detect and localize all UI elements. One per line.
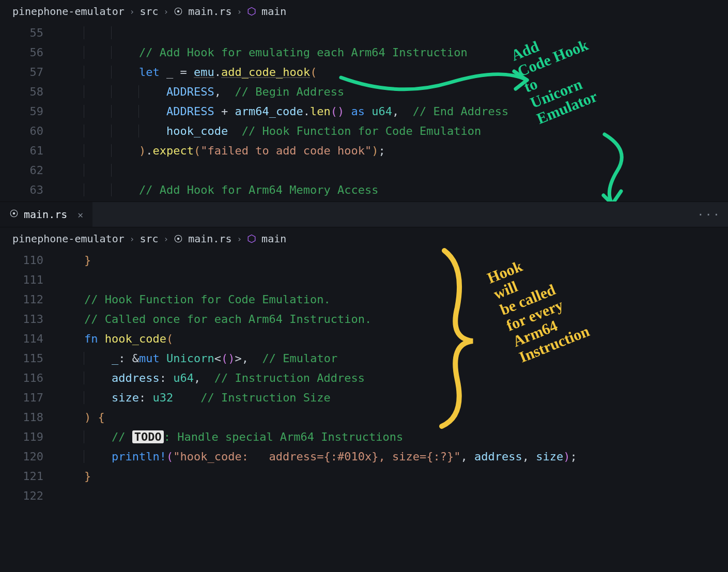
code-line[interactable]: 121 } bbox=[0, 466, 728, 486]
code-token: // Instruction Size bbox=[200, 391, 331, 404]
breadcrumb[interactable]: pinephone-emulator › src › main.rs › mai… bbox=[0, 227, 728, 250]
line-number: 120 bbox=[0, 450, 57, 463]
code-line[interactable]: 112 // Hook Function for Code Emulation. bbox=[0, 289, 728, 309]
code-token: ) bbox=[228, 352, 235, 365]
code-line[interactable]: 113 // Called once for each Arm64 Instru… bbox=[0, 309, 728, 329]
code-token: // Hook Function for Code Emulation. bbox=[84, 293, 331, 306]
code-token: _ bbox=[166, 66, 173, 79]
code-token: hook_code bbox=[166, 125, 228, 137]
tab-label: main.rs bbox=[24, 208, 67, 221]
breadcrumb-symbol[interactable]: main bbox=[261, 233, 286, 245]
code-token: size bbox=[112, 391, 139, 404]
line-number: 115 bbox=[0, 352, 57, 365]
code-token: hook_code bbox=[105, 332, 166, 345]
line-number: 117 bbox=[0, 391, 57, 404]
code-token: < bbox=[214, 352, 221, 365]
code-line[interactable]: 120 println!("hook_code: address={:#010x… bbox=[0, 446, 728, 466]
rust-icon bbox=[9, 208, 19, 221]
code-token: "hook_code: address={:#010x}, size={:?}" bbox=[173, 450, 460, 463]
code-token: ; bbox=[570, 450, 577, 463]
line-number: 112 bbox=[0, 293, 57, 306]
code-line[interactable]: 116 address: u64, // Instruction Address bbox=[0, 368, 728, 388]
code-token: : Handle special Arm64 Instructions bbox=[164, 430, 404, 443]
code-area-bottom[interactable]: 110 }111 112 // Hook Function for Code E… bbox=[0, 250, 728, 505]
annotation-curl-green bbox=[589, 129, 636, 202]
code-line[interactable]: 117 size: u32 // Instruction Size bbox=[0, 388, 728, 407]
line-number: 56 bbox=[0, 46, 57, 59]
symbol-icon bbox=[247, 234, 256, 243]
code-token bbox=[228, 125, 242, 137]
tab-overflow-icon[interactable]: ··· bbox=[697, 208, 721, 221]
code-token: ( bbox=[166, 332, 173, 345]
breadcrumb-project[interactable]: pinephone-emulator bbox=[12, 233, 125, 245]
breadcrumb[interactable]: pinephone-emulator › src › main.rs › mai… bbox=[0, 0, 728, 23]
code-token: // Called once for each Arm64 Instructio… bbox=[84, 313, 371, 326]
code-token: u64 bbox=[173, 372, 194, 384]
code-token bbox=[160, 66, 166, 79]
code-token: size bbox=[536, 450, 563, 463]
close-icon[interactable]: ✕ bbox=[78, 209, 83, 220]
breadcrumb-folder[interactable]: src bbox=[140, 233, 158, 245]
code-line[interactable]: 115 _: &mut Unicorn<()>, // Emulator bbox=[0, 348, 728, 368]
code-token: , bbox=[460, 450, 474, 463]
code-line[interactable]: 118 ) { bbox=[0, 407, 728, 427]
code-token: > bbox=[235, 352, 241, 365]
breadcrumb-folder[interactable]: src bbox=[140, 5, 158, 18]
rust-icon bbox=[174, 7, 183, 16]
code-token: // Instruction Address bbox=[214, 372, 365, 384]
breadcrumb-project[interactable]: pinephone-emulator bbox=[12, 5, 125, 18]
code-line[interactable]: 114 fn hook_code( bbox=[0, 329, 728, 348]
code-line[interactable]: 122 bbox=[0, 486, 728, 505]
svg-point-1 bbox=[177, 10, 180, 13]
breadcrumb-file[interactable]: main.rs bbox=[188, 5, 231, 18]
tab-main-rs[interactable]: main.rs ✕ bbox=[0, 202, 92, 227]
code-line[interactable]: 111 bbox=[0, 270, 728, 289]
code-token: , bbox=[522, 450, 536, 463]
code-token: // Begin Address bbox=[235, 85, 344, 98]
code-token: : bbox=[139, 391, 153, 404]
line-number: 59 bbox=[0, 105, 57, 118]
tab-bar[interactable]: main.rs ✕ ··· bbox=[0, 202, 728, 227]
code-token: _ bbox=[112, 352, 118, 365]
chevron-right-icon: › bbox=[164, 7, 169, 17]
breadcrumb-symbol[interactable]: main bbox=[261, 5, 286, 18]
editor-pane-top: pinephone-emulator › src › main.rs › mai… bbox=[0, 0, 728, 202]
line-number: 119 bbox=[0, 430, 57, 443]
code-token bbox=[173, 391, 200, 404]
code-token: ADDRESS bbox=[166, 105, 214, 118]
code-token bbox=[98, 332, 104, 345]
code-line[interactable]: 55 bbox=[0, 23, 728, 42]
breadcrumb-file[interactable]: main.rs bbox=[188, 233, 231, 245]
code-token: : bbox=[160, 372, 174, 384]
line-number: 111 bbox=[0, 273, 57, 286]
line-number: 58 bbox=[0, 85, 57, 98]
chevron-right-icon: › bbox=[237, 7, 242, 17]
code-token: , bbox=[214, 85, 235, 98]
code-token: address bbox=[112, 372, 160, 384]
code-token: u32 bbox=[152, 391, 173, 404]
code-token: // Hook Function for Code Emulation bbox=[242, 125, 482, 137]
code-token bbox=[91, 411, 98, 424]
code-token: = bbox=[173, 66, 194, 79]
chevron-right-icon: › bbox=[237, 234, 242, 244]
code-token: } bbox=[84, 254, 91, 267]
code-token: : & bbox=[118, 352, 139, 365]
chevron-right-icon: › bbox=[130, 7, 135, 17]
code-token: . bbox=[214, 66, 221, 79]
code-line[interactable]: 119 // TODO: Handle special Arm64 Instru… bbox=[0, 427, 728, 446]
line-number: 113 bbox=[0, 313, 57, 326]
code-token: fn bbox=[84, 332, 98, 345]
code-token: ( bbox=[166, 450, 173, 463]
code-token: ; bbox=[379, 144, 385, 157]
line-number: 63 bbox=[0, 183, 57, 196]
code-token: ) bbox=[371, 144, 378, 157]
code-token: // bbox=[112, 430, 132, 443]
code-token: ) bbox=[563, 450, 570, 463]
code-token: + bbox=[214, 105, 235, 118]
code-line[interactable]: 110 } bbox=[0, 250, 728, 270]
code-token: TODO bbox=[132, 430, 164, 443]
code-token: { bbox=[98, 411, 104, 424]
annotation-brace-yellow bbox=[424, 245, 486, 431]
line-number: 121 bbox=[0, 470, 57, 483]
code-token: println! bbox=[112, 450, 166, 463]
